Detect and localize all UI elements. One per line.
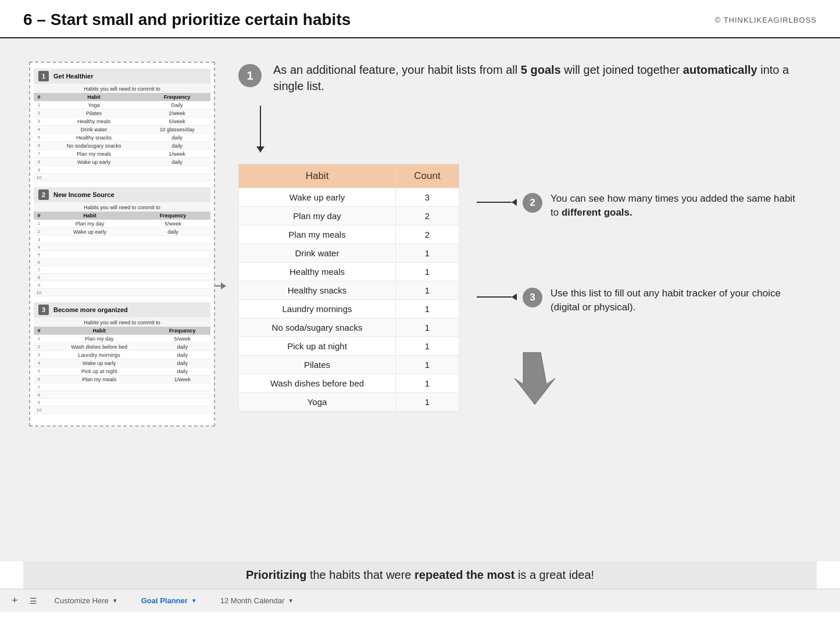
table-cell: 5/week	[144, 117, 210, 126]
arrow-left-2	[477, 199, 517, 206]
goal-card-1: 1 Get Healthier Habits you will need to …	[34, 69, 210, 181]
annotation-text-2: You can see how many times you added the…	[551, 192, 805, 220]
table-cell: 1/week	[154, 375, 210, 384]
table-cell: 1	[34, 220, 44, 228]
table-row: Laundry mornings1	[239, 300, 459, 318]
tab-calendar-arrow: ▼	[288, 597, 294, 604]
table-cell: 3	[396, 188, 459, 207]
tab-customize-label: Customize Here	[55, 596, 109, 605]
col-header-habit: Habit	[44, 212, 135, 220]
bottom-bold-2: repeated the most	[414, 568, 514, 581]
tab-goal-arrow: ▼	[191, 597, 197, 604]
table-cell: daily	[144, 158, 210, 166]
annotations-panel: 2 You can see how many times you added t…	[477, 164, 805, 411]
arrow-left-3	[477, 293, 517, 300]
table-cell	[44, 174, 144, 181]
table-cell: Plan my meals	[44, 150, 144, 158]
tab-customize-here[interactable]: Customize Here ▼	[49, 594, 124, 607]
table-cell: 2	[34, 228, 44, 236]
table-cell	[44, 406, 154, 414]
table-cell: 3	[34, 351, 44, 359]
goal-title-1: Get Healthier	[53, 73, 93, 80]
table-row: Healthy snacks1	[239, 281, 459, 300]
table-cell: 1	[396, 281, 459, 300]
table-row: Pick up at night1	[239, 337, 459, 356]
table-cell: 1	[396, 318, 459, 337]
table-cell: daily	[154, 359, 210, 367]
dashed-arrow-connector	[215, 282, 226, 289]
goal-card-header-3: 3 Become more organized	[34, 302, 210, 317]
table-row: Wash dishes before bed1	[239, 374, 459, 393]
table-row: Plan my meals2	[239, 225, 459, 244]
table-cell: 1	[396, 263, 459, 281]
table-cell	[154, 406, 210, 414]
tab-goal-planner[interactable]: Goal Planner ▼	[135, 594, 203, 607]
table-cell: 5	[34, 367, 44, 375]
table-cell: Plan my meals	[44, 375, 154, 384]
table-cell: Plan my meals	[239, 225, 396, 244]
table-cell	[44, 236, 135, 244]
table-cell: 2	[396, 225, 459, 244]
table-cell: Plan my day	[239, 207, 396, 225]
table-cell	[44, 399, 154, 406]
annotation-block-2: 2 You can see how many times you added t…	[477, 192, 805, 220]
main-content-wrap: 1 Get Healthier Habits you will need to …	[0, 38, 840, 561]
table-cell: No soda/sugary snacks	[239, 318, 396, 337]
table-cell	[44, 166, 144, 174]
table-cell: Wake up early	[44, 359, 154, 367]
table-cell: 9	[34, 399, 44, 406]
table-cell	[44, 244, 135, 251]
table-cell: daily	[144, 134, 210, 142]
table-cell: daily	[135, 228, 210, 236]
table-cell: Pilates	[44, 109, 144, 117]
table-cell: Pick up at night	[239, 337, 396, 356]
tab-menu-icon[interactable]: ☰	[30, 596, 37, 606]
goal-table-2: # Habit Frequency 1Plan my day5/week2Wak…	[34, 212, 210, 296]
annotation-text-3: Use this list to fill out any habit trac…	[551, 287, 805, 314]
table-cell: 8	[34, 274, 44, 281]
table-cell: Plan my day	[44, 220, 135, 228]
table-cell	[44, 289, 135, 296]
main-content: 1 Get Healthier Habits you will need to …	[0, 38, 840, 561]
table-cell: 8	[34, 391, 44, 399]
bottom-text-1: the habits that were	[310, 568, 414, 581]
table-cell: Plan my day	[44, 335, 154, 343]
tab-goal-label: Goal Planner	[141, 596, 188, 605]
table-cell: 1	[396, 393, 459, 411]
table-cell	[135, 289, 210, 296]
table-cell	[154, 384, 210, 391]
table-cell: Daily	[144, 101, 210, 109]
badge-3: 3	[523, 288, 542, 307]
goal-badge-3: 3	[38, 305, 49, 315]
table-cell: 7	[34, 266, 44, 274]
col-header-habit: Habit	[44, 93, 144, 101]
tab-add-button[interactable]: +	[12, 595, 18, 607]
table-row: No soda/sugary snacks1	[239, 318, 459, 337]
goal-card-2: 2 New Income Source Habits you will need…	[34, 187, 210, 296]
table-cell: Yoga	[239, 393, 396, 411]
table-cell	[44, 251, 135, 259]
table-cell	[135, 266, 210, 274]
tab-calendar-label: 12 Month Calendar	[220, 596, 285, 605]
table-cell: 9	[34, 281, 44, 289]
tab-12-month-calendar[interactable]: 12 Month Calendar ▼	[215, 594, 299, 607]
table-cell: Healthy snacks	[44, 134, 144, 142]
page-title: 6 – Start small and prioritize certain h…	[23, 10, 351, 29]
table-cell	[135, 236, 210, 244]
table-cell: 1	[396, 356, 459, 374]
table-cell: Laundry mornings	[44, 351, 154, 359]
table-cell	[135, 251, 210, 259]
table-cell	[135, 281, 210, 289]
goal-table-1: # Habit Frequency 1YogaDaily2Pilates2/we…	[34, 93, 210, 181]
table-row: Healthy meals1	[239, 263, 459, 281]
arrow-down-container	[249, 106, 805, 152]
table-cell: 7	[34, 150, 44, 158]
table-cell	[135, 259, 210, 266]
table-cell: 10	[34, 289, 44, 296]
table-cell	[135, 244, 210, 251]
svg-marker-0	[514, 352, 555, 405]
goal-table-3: # Habit Frequency 1Plan my day5/week2Was…	[34, 327, 210, 414]
table-row: Wake up early3	[239, 188, 459, 207]
table-row: Pilates1	[239, 356, 459, 374]
table-cell	[154, 399, 210, 406]
